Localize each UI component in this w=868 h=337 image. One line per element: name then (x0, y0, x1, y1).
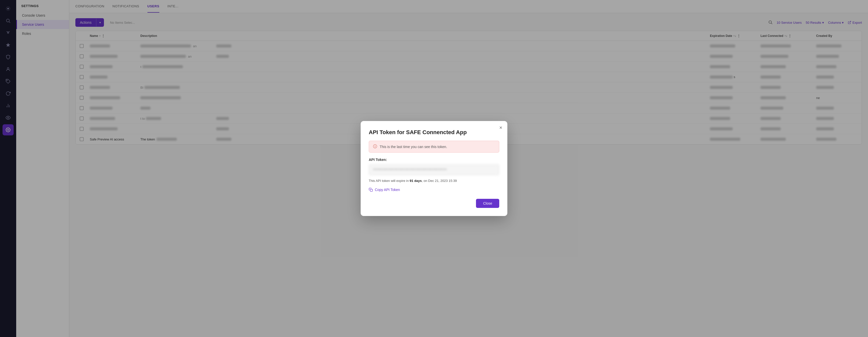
api-token-modal: × API Token for SAFE Connencted App ⓘ Th… (361, 121, 507, 216)
expiry-pre: This API token will expire in (369, 179, 410, 183)
alert-icon: ⓘ (373, 144, 377, 149)
modal-close-btn[interactable]: Close (476, 199, 499, 208)
expiry-post: , on Dec 21, 2023 15:39 (422, 179, 457, 183)
copy-token-label: Copy API Token (375, 188, 400, 192)
copy-token-button[interactable]: Copy API Token (369, 188, 400, 192)
modal-footer: Close (369, 199, 499, 208)
modal-close-button[interactable]: × (499, 125, 502, 130)
api-token-label: API Token: (369, 158, 499, 162)
expiry-days: 91 days (410, 179, 422, 183)
modal-overlay[interactable]: × API Token for SAFE Connencted App ⓘ Th… (0, 0, 868, 337)
token-expiry-text: This API token will expire in 91 days, o… (369, 179, 499, 183)
alert-banner: ⓘ This is the last time you can see this… (369, 141, 499, 153)
token-display: ••••••••••••••••••••••••••••••••••••••••… (369, 164, 499, 175)
alert-text: This is the last time you can see this t… (380, 145, 447, 149)
svg-rect-15 (370, 189, 373, 192)
modal-title: API Token for SAFE Connencted App (369, 129, 499, 136)
